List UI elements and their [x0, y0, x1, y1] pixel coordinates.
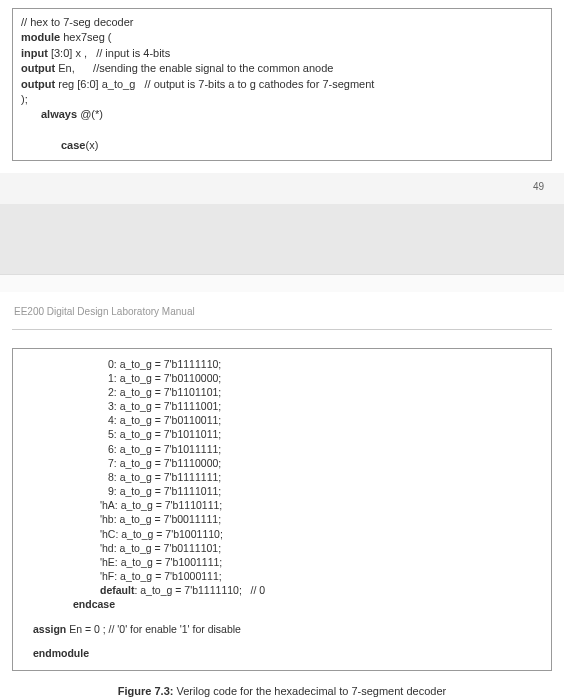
figure-label: Figure 7.3:	[118, 685, 174, 697]
endcase-keyword: endcase	[73, 598, 115, 610]
case-4: 4: a_to_g = 7'b0110011;	[23, 413, 541, 427]
default-rest: : a_to_g = 7'b1111110; // 0	[134, 584, 265, 596]
output-keyword-1: output	[21, 62, 55, 74]
endmodule-line: endmodule	[23, 646, 541, 660]
page-gap-light	[0, 274, 564, 292]
assign-line: assign En = 0 ; // '0' for enable '1' fo…	[23, 622, 541, 636]
always-keyword: always	[41, 108, 77, 120]
case-6: 6: a_to_g = 7'b1011111;	[23, 442, 541, 456]
code-box-bottom: 0: a_to_g = 7'b1111110; 1: a_to_g = 7'b0…	[12, 348, 552, 671]
case-line: case(x)	[21, 138, 543, 153]
case-D: 'hd: a_to_g = 7'b0111101;	[23, 541, 541, 555]
page-number: 49	[0, 173, 564, 204]
output2-rest: reg [6:0] a_to_g // output is 7-bits a t…	[55, 78, 374, 90]
case-C: 'hC: a_to_g = 7'b1001110;	[23, 527, 541, 541]
input-line: input [3:0] x , // input is 4-bits	[21, 46, 543, 61]
input-keyword: input	[21, 47, 48, 59]
case-A: 'hA: a_to_g = 7'b1110111;	[23, 498, 541, 512]
case-3: 3: a_to_g = 7'b1111001;	[23, 399, 541, 413]
output2-line: output reg [6:0] a_to_g // output is 7-b…	[21, 77, 543, 92]
case-E: 'hE: a_to_g = 7'b1001111;	[23, 555, 541, 569]
case-rest: (x)	[85, 139, 98, 151]
manual-header: EE200 Digital Design Laboratory Manual	[12, 302, 552, 330]
code-box-top: // hex to 7-seg decoder module hex7seg (…	[12, 8, 552, 161]
case-0: 0: a_to_g = 7'b1111110;	[23, 357, 541, 371]
case-B: 'hb: a_to_g = 7'b0011111;	[23, 512, 541, 526]
case-keyword: case	[61, 139, 85, 151]
output1-line: output En, //sending the enable signal t…	[21, 61, 543, 76]
page-gap	[0, 204, 564, 274]
case-default: default: a_to_g = 7'b1111110; // 0	[23, 583, 541, 597]
figure-text: Verilog code for the hexadecimal to 7-se…	[173, 685, 446, 697]
figure-caption: Figure 7.3: Verilog code for the hexadec…	[12, 685, 552, 697]
case-8: 8: a_to_g = 7'b1111111;	[23, 470, 541, 484]
assign-rest: En = 0 ; // '0' for enable '1' for disab…	[66, 623, 241, 635]
comment-line: // hex to 7-seg decoder	[21, 15, 543, 30]
endcase-line: endcase	[23, 597, 541, 611]
case-7: 7: a_to_g = 7'b1110000;	[23, 456, 541, 470]
module-keyword: module	[21, 31, 60, 43]
case-5: 5: a_to_g = 7'b1011011;	[23, 427, 541, 441]
page-top-section: // hex to 7-seg decoder module hex7seg (…	[0, 0, 564, 173]
module-line: module hex7seg (	[21, 30, 543, 45]
case-F: 'hF: a_to_g = 7'b1000111;	[23, 569, 541, 583]
input-rest: [3:0] x , // input is 4-bits	[48, 47, 170, 59]
case-2: 2: a_to_g = 7'b1101101;	[23, 385, 541, 399]
always-rest: @(*)	[77, 108, 103, 120]
case-9: 9: a_to_g = 7'b1111011;	[23, 484, 541, 498]
page-bottom-section: EE200 Digital Design Laboratory Manual 0…	[0, 292, 564, 700]
output1-rest: En, //sending the enable signal to the c…	[55, 62, 333, 74]
output-keyword-2: output	[21, 78, 55, 90]
assign-keyword: assign	[33, 623, 66, 635]
always-line: always @(*)	[21, 107, 543, 122]
endmodule-keyword: endmodule	[33, 647, 89, 659]
module-name: hex7seg (	[60, 31, 111, 43]
close-paren-line: );	[21, 92, 543, 107]
default-keyword: default	[100, 584, 134, 596]
blank-line	[21, 123, 543, 138]
case-1: 1: a_to_g = 7'b0110000;	[23, 371, 541, 385]
